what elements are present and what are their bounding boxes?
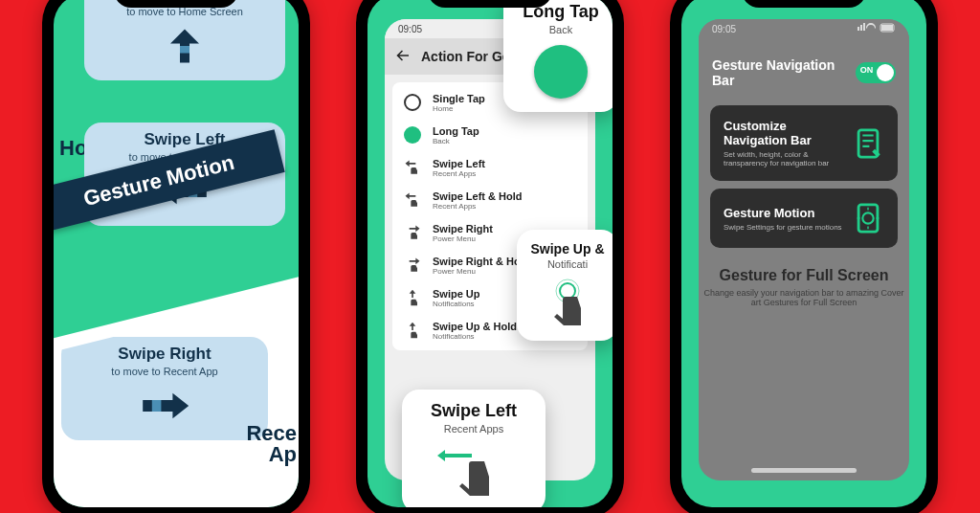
gesture-card-swipe-up: Swipe Up to move to Home Screen xyxy=(84,0,285,80)
phone-notch xyxy=(742,0,866,8)
option-customize-nav[interactable]: Customize Navigation Bar Set width, heig… xyxy=(710,105,898,181)
tap-circle-icon xyxy=(534,45,588,99)
card-title: Swipe Right xyxy=(71,345,258,364)
swipe-up-gesture-icon xyxy=(530,278,605,329)
gesture-nav-toggle[interactable]: ON xyxy=(856,62,896,83)
gesture-nav-toggle-row: Gesture Navigation Bar ON xyxy=(699,38,909,98)
svg-rect-0 xyxy=(180,46,189,54)
swipe-left-gesture-icon xyxy=(415,440,532,502)
svg-point-6 xyxy=(404,126,421,144)
swipe-up-icon xyxy=(402,287,423,308)
full-screen-info: Gesture for Full Screen Change easily yo… xyxy=(699,267,909,307)
option-gesture-motion[interactable]: Gesture Motion Swipe Settings for gestur… xyxy=(710,189,898,248)
phone-notch xyxy=(428,0,552,8)
status-time: 09:05 xyxy=(398,24,422,34)
svg-point-5 xyxy=(405,95,420,110)
full-screen-subtitle: Change easily your navigation bar to ama… xyxy=(699,288,909,307)
popup-subtitle: Notificati xyxy=(530,258,605,270)
toggle-on-label: ON xyxy=(860,65,874,75)
circle-outline-icon xyxy=(402,92,423,113)
popup-swipe-left: Swipe Left Recent Apps xyxy=(402,390,546,507)
phone-notch xyxy=(114,0,238,8)
popup-swipe-up: Swipe Up & Notificati xyxy=(517,230,612,341)
svg-rect-10 xyxy=(881,25,893,31)
settings-window: 09:05 Gesture Navigation Bar ON Customiz… xyxy=(699,19,909,480)
phone-mockup-3: 09:05 Gesture Navigation Bar ON Customiz… xyxy=(670,0,938,513)
popup-long-tap: Long Tap Back xyxy=(503,0,612,112)
list-item[interactable]: Swipe Left & HoldRecent Apps xyxy=(392,184,588,216)
back-icon[interactable] xyxy=(394,47,412,67)
swipe-right-icon xyxy=(402,222,423,243)
swipe-left-icon xyxy=(402,157,423,178)
swipe-up-hold-icon xyxy=(402,320,423,341)
side-label-recent: ReceAp xyxy=(246,423,297,465)
swipe-right-hold-icon xyxy=(402,255,423,276)
customize-icon xyxy=(852,127,884,160)
popup-title: Swipe Up & xyxy=(530,241,605,256)
toggle-knob xyxy=(877,64,894,81)
toggle-label: Gesture Navigation Bar xyxy=(712,57,856,88)
svg-rect-2 xyxy=(152,400,162,412)
option-subtitle: Swipe Settings for gesture motions xyxy=(724,223,842,232)
popup-title: Swipe Left xyxy=(415,401,532,421)
circle-filled-icon xyxy=(402,124,423,145)
svg-point-13 xyxy=(862,212,873,223)
option-title: Gesture Motion xyxy=(724,206,842,220)
svg-point-7 xyxy=(560,283,575,299)
card-subtitle: to move to Recent App xyxy=(71,366,258,377)
status-bar: 09:05 xyxy=(699,19,909,38)
arrow-right-icon xyxy=(136,385,193,427)
option-subtitle: Set width, height, color & transparency … xyxy=(724,150,852,167)
status-time: 09:05 xyxy=(712,24,736,34)
phone-mockup-1: Swipe Up to move to Home Screen Home Ges… xyxy=(42,0,310,513)
gesture-card-swipe-right: Swipe Right to move to Recent App xyxy=(61,337,268,440)
home-indicator[interactable] xyxy=(751,468,857,473)
option-title: Customize Navigation Bar xyxy=(724,119,852,147)
list-item[interactable]: Long TapBack xyxy=(392,119,588,151)
status-icons xyxy=(858,23,896,34)
list-item[interactable]: Swipe LeftRecent Apps xyxy=(392,151,588,184)
popup-subtitle: Recent Apps xyxy=(415,423,532,435)
popup-subtitle: Back xyxy=(517,24,605,35)
swipe-left-hold-icon xyxy=(402,190,423,211)
phone-mockup-2: 09:05 Action For Gesture Single TapHome … xyxy=(356,0,624,513)
full-screen-title: Gesture for Full Screen xyxy=(699,267,909,284)
arrow-up-icon xyxy=(156,25,213,67)
gesture-icon xyxy=(852,202,884,234)
